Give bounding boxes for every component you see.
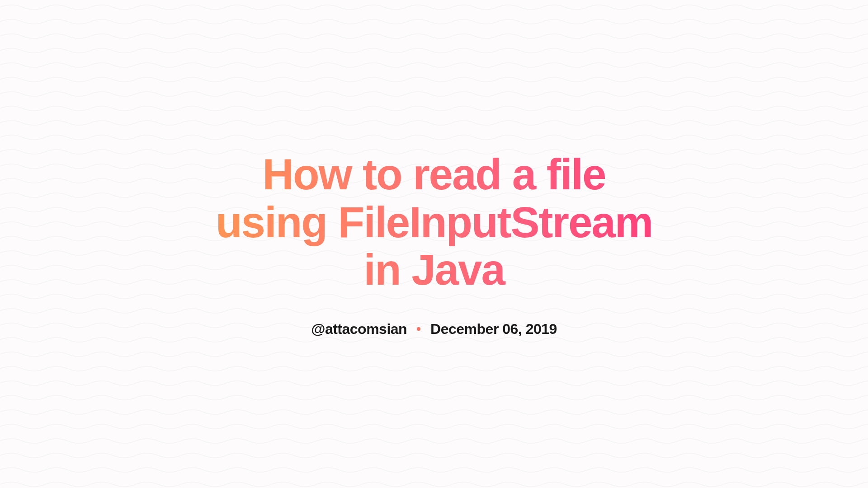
publish-date: December 06, 2019 <box>430 321 557 338</box>
article-meta: @attacomsian December 06, 2019 <box>203 321 665 338</box>
separator-dot-icon <box>417 327 420 331</box>
author-handle: @attacomsian <box>311 321 407 338</box>
article-card: How to read a file using FileInputStream… <box>185 150 683 338</box>
article-title: How to read a file using FileInputStream… <box>203 150 665 294</box>
